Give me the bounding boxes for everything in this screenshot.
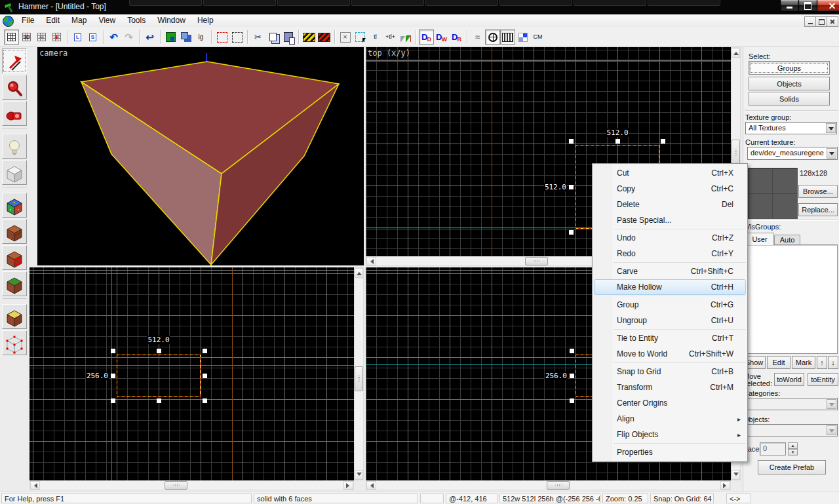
context-menu-item-snap-to-grid[interactable]: Snap to GridCtrl+B <box>594 364 746 379</box>
undo-button[interactable]: ↶ <box>106 29 121 45</box>
overlay-tool-button[interactable] <box>2 271 27 296</box>
cm-toggle-button[interactable]: CM <box>530 29 545 45</box>
browse-button[interactable]: Browse... <box>798 185 838 198</box>
edit-button[interactable]: Edit <box>767 356 790 369</box>
selection-handle[interactable] <box>111 374 115 378</box>
visgroups-list[interactable] <box>745 244 838 354</box>
context-menu-item-properties[interactable]: Properties <box>594 444 746 460</box>
close-button[interactable] <box>817 0 839 12</box>
texture-group-select[interactable]: All Textures <box>745 122 837 134</box>
ignore-groups-button[interactable]: ig <box>193 29 208 45</box>
selection-handle[interactable] <box>570 374 574 378</box>
taskbar-segment[interactable] <box>648 0 720 6</box>
scrollbar-vertical[interactable] <box>354 267 364 480</box>
context-menu-item-cut[interactable]: CutCtrl+X <box>594 165 746 181</box>
scrollbar-thumb[interactable] <box>547 481 570 490</box>
visgroup-up-button[interactable]: ↑ <box>817 356 827 369</box>
hide-selected-button[interactable]: × <box>338 29 353 45</box>
minimize-button[interactable] <box>780 0 799 12</box>
copy-button[interactable] <box>265 29 281 45</box>
block-tool-button[interactable] <box>2 160 27 185</box>
apply-texture-tool-button[interactable] <box>2 219 27 244</box>
context-menu-item-redo[interactable]: RedoCtrl+Y <box>594 246 746 262</box>
context-menu-item-tie-to-entity[interactable]: Tie to EntityCtrl+T <box>594 330 746 346</box>
redo-button[interactable]: ↷ <box>121 29 136 45</box>
apply-decals-tool-button[interactable] <box>2 245 27 270</box>
menu-file[interactable]: File <box>16 14 40 27</box>
context-menu-item-make-hollow[interactable]: Make HollowCtrl+H <box>594 279 746 295</box>
mark-button[interactable]: Mark <box>792 356 815 369</box>
menu-window[interactable]: Window <box>151 14 191 27</box>
selection-handle[interactable] <box>157 398 161 403</box>
taskbar-segment[interactable] <box>203 0 276 6</box>
split-face-button[interactable]: ≈ <box>470 29 485 45</box>
create-prefab-button[interactable]: Create Prefab <box>758 460 826 475</box>
auto-selection-button[interactable] <box>353 29 368 45</box>
camera-tool-button[interactable] <box>2 101 27 126</box>
selection-tool-button[interactable] <box>2 48 27 73</box>
context-menu-item-group[interactable]: GroupCtrl+G <box>594 297 746 313</box>
context-menu-item-flip-objects[interactable]: Flip Objects▸ <box>594 427 746 442</box>
selection-handle[interactable] <box>111 349 115 353</box>
toentity-button[interactable]: toEntity <box>808 373 838 386</box>
tab-auto[interactable]: Auto <box>774 235 800 245</box>
texture-lock-button[interactable] <box>302 29 317 45</box>
selection-handle[interactable] <box>569 139 574 144</box>
spinner-up[interactable]: ▴ <box>788 442 798 449</box>
sphere-mode-button[interactable] <box>485 29 500 45</box>
texture-scale-lock-button[interactable] <box>317 29 332 45</box>
mdi-restore-button[interactable] <box>815 16 827 27</box>
context-menu-item-ungroup[interactable]: UngroupCtrl+U <box>594 313 746 328</box>
chevron-down-icon[interactable] <box>826 123 836 133</box>
viewport-front[interactable]: 512.0 256.0 <box>29 267 354 480</box>
selection-handle[interactable] <box>111 398 115 403</box>
selection-handle[interactable] <box>569 230 574 235</box>
mdi-close-button[interactable] <box>827 16 838 27</box>
entity-tool-button[interactable] <box>2 134 27 159</box>
mdi-minimize-button[interactable] <box>804 16 816 27</box>
grid-smaller-button[interactable]: − <box>34 29 49 45</box>
flip-wedges-button[interactable] <box>398 29 413 45</box>
group-objects-button[interactable] <box>178 29 193 45</box>
vertex-tool-button[interactable] <box>2 330 27 355</box>
restore-button[interactable] <box>798 0 817 12</box>
selection-handle[interactable] <box>569 185 574 189</box>
select-solids-button[interactable]: Solids <box>749 92 830 106</box>
select-groups-button[interactable]: Groups <box>749 61 830 75</box>
taskbar-segment[interactable] <box>425 0 498 6</box>
context-menu-item-move-to-world[interactable]: Move to WorldCtrl+Shift+W <box>594 346 746 362</box>
scrollbar-thumb[interactable] <box>165 481 187 490</box>
texture-scale-toggle-button[interactable]: +tl+ <box>383 29 398 45</box>
title-bar[interactable]: Hammer - [Untitled - Top] <box>0 0 839 14</box>
cut-button[interactable]: ✂ <box>250 29 265 45</box>
goto-brush-button[interactable]: ↩ <box>142 29 157 45</box>
scrollbar-thumb[interactable] <box>732 140 740 166</box>
selection-handle[interactable] <box>203 349 207 353</box>
context-menu-item-copy[interactable]: CopyCtrl+C <box>594 181 746 197</box>
context-menu-item-align[interactable]: Align▸ <box>594 411 746 427</box>
chevron-down-icon[interactable] <box>827 148 836 159</box>
faces-input[interactable]: 0 <box>760 442 786 456</box>
selection-handle[interactable] <box>661 139 665 144</box>
replace-button[interactable]: Replace... <box>798 203 838 216</box>
context-menu-item-delete[interactable]: DeleteDel <box>594 197 746 212</box>
selection-handle[interactable] <box>615 139 620 144</box>
context-menu-item-transform[interactable]: TransformCtrl+M <box>594 379 746 395</box>
menu-edit[interactable]: Edit <box>40 14 66 27</box>
menu-map[interactable]: Map <box>66 14 92 27</box>
carve-button[interactable] <box>163 29 178 45</box>
selection-handle[interactable] <box>157 349 161 353</box>
context-menu-item-paste-special[interactable]: Paste Special... <box>594 212 746 228</box>
scrollbar-thumb[interactable] <box>525 257 548 265</box>
taskbar-segment[interactable] <box>499 0 572 6</box>
menu-help[interactable]: Help <box>191 14 220 27</box>
selection-handle[interactable] <box>203 398 207 403</box>
taskbar-segment[interactable] <box>574 0 646 6</box>
select-objects-button[interactable]: Objects <box>749 77 830 90</box>
grid-toggle-button[interactable] <box>4 29 19 45</box>
menu-view[interactable]: View <box>92 14 121 27</box>
scrollbar-horizontal[interactable] <box>29 480 354 490</box>
taskbar-segment[interactable] <box>351 0 424 6</box>
select-object-frame-button[interactable] <box>229 29 244 45</box>
current-texture-select[interactable]: dev/dev_measuregene <box>747 147 838 160</box>
